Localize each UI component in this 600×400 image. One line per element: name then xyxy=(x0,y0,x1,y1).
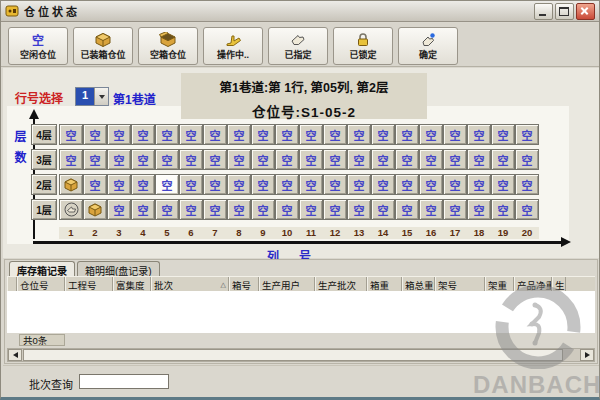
grid-cell-empty[interactable]: 空 xyxy=(179,174,203,195)
grid-cell-empty[interactable]: 空 xyxy=(83,124,107,145)
grid-cell-empty[interactable]: 空 xyxy=(323,149,347,170)
grid-cell-empty[interactable]: 空 xyxy=(347,124,371,145)
column-header[interactable]: 架号 xyxy=(435,277,485,292)
grid-cell-empty[interactable]: 空 xyxy=(275,174,299,195)
grid-cell-empty[interactable]: 空 xyxy=(203,124,227,145)
grid-cell-empty[interactable]: 空 xyxy=(347,174,371,195)
toolbar-button-designated[interactable]: 已指定 xyxy=(268,27,328,65)
grid-cell-empty[interactable]: 空 xyxy=(491,149,515,170)
grid-cell-empty[interactable]: 空 xyxy=(107,199,131,220)
grid-cell-designated[interactable] xyxy=(59,199,83,220)
toolbar-button-confirm[interactable]: 确定 xyxy=(398,27,458,65)
grid-cell-empty[interactable]: 空 xyxy=(371,174,395,195)
grid-cell-empty[interactable]: 空 xyxy=(395,174,419,195)
grid-cell-empty[interactable]: 空 xyxy=(419,199,443,220)
row-indicator-header[interactable] xyxy=(7,277,17,292)
grid-cell-empty[interactable]: 空 xyxy=(107,174,131,195)
grid-cell-empty[interactable]: 空 xyxy=(371,124,395,145)
grid-cell-empty[interactable]: 空 xyxy=(155,199,179,220)
column-header[interactable]: 生产批次 xyxy=(315,277,367,292)
grid-cell-empty[interactable]: 空 xyxy=(515,149,539,170)
grid-cell-empty[interactable]: 空 xyxy=(371,149,395,170)
grid-cell-empty[interactable]: 空 xyxy=(491,174,515,195)
grid-cell-box[interactable] xyxy=(83,199,107,220)
column-header[interactable]: 批次△ xyxy=(151,277,229,292)
grid-cell-empty[interactable]: 空 xyxy=(179,124,203,145)
grid-cell-empty[interactable]: 空 xyxy=(419,149,443,170)
grid-cell-empty[interactable]: 空 xyxy=(395,199,419,220)
grid-cell-empty[interactable]: 空 xyxy=(515,199,539,220)
grid-cell-empty[interactable]: 空 xyxy=(83,174,107,195)
dropdown-button[interactable] xyxy=(94,88,108,105)
grid-cell-empty[interactable]: 空 xyxy=(443,149,467,170)
column-header[interactable]: 工程号 xyxy=(65,277,113,292)
grid-cell-empty[interactable]: 空 xyxy=(491,199,515,220)
titlebar[interactable]: 仓位状态 xyxy=(1,1,599,22)
table-body[interactable] xyxy=(7,291,595,334)
grid-cell-empty[interactable]: 空 xyxy=(467,174,491,195)
grid-cell-empty[interactable]: 空 xyxy=(203,149,227,170)
toolbar-button-boxed-slot[interactable]: 已装箱仓位 xyxy=(73,27,133,65)
grid-cell-empty[interactable]: 空 xyxy=(59,149,83,170)
grid-cell-empty[interactable]: 空 xyxy=(251,174,275,195)
toolbar-button-operating[interactable]: 操作中.. xyxy=(203,27,263,65)
column-header[interactable]: 架重 xyxy=(485,277,514,292)
grid-cell-empty[interactable]: 空 xyxy=(131,149,155,170)
grid-cell-empty[interactable]: 空 xyxy=(467,149,491,170)
grid-cell-empty[interactable]: 空 xyxy=(371,199,395,220)
grid-cell-empty[interactable]: 空 xyxy=(323,124,347,145)
grid-cell-empty[interactable]: 空 xyxy=(155,124,179,145)
grid-cell-empty[interactable]: 空 xyxy=(395,149,419,170)
grid-cell-empty[interactable]: 空 xyxy=(251,199,275,220)
grid-cell-empty[interactable]: 空 xyxy=(299,174,323,195)
scroll-left-button[interactable] xyxy=(8,349,22,361)
maximize-button[interactable] xyxy=(555,3,574,20)
grid-cell-empty[interactable]: 空 xyxy=(155,149,179,170)
grid-cell-empty[interactable]: 空 xyxy=(203,174,227,195)
scroll-right-button[interactable] xyxy=(580,349,594,361)
column-header[interactable]: 箱号 xyxy=(229,277,259,292)
grid-cell-empty[interactable]: 空 xyxy=(107,124,131,145)
batch-query-input[interactable] xyxy=(79,374,169,389)
grid-cell-empty[interactable]: 空 xyxy=(443,199,467,220)
column-header[interactable]: 箱总重 xyxy=(402,277,435,292)
column-header[interactable]: 仓位号 xyxy=(17,277,65,292)
grid-cell-empty[interactable]: 空 xyxy=(131,199,155,220)
row-select-dropdown[interactable]: 1 xyxy=(75,87,109,106)
grid-cell-empty[interactable]: 空 xyxy=(203,199,227,220)
grid-cell-empty[interactable]: 空 xyxy=(443,124,467,145)
scrollbar-thumb[interactable] xyxy=(23,349,563,361)
grid-cell-empty[interactable]: 空 xyxy=(227,199,251,220)
grid-cell-empty[interactable]: 空 xyxy=(347,149,371,170)
grid-cell-empty[interactable]: 空 xyxy=(515,124,539,145)
grid-cell-empty[interactable]: 空 xyxy=(59,124,83,145)
grid-cell-box[interactable] xyxy=(59,174,83,195)
grid-cell-empty[interactable]: 空 xyxy=(299,124,323,145)
toolbar-button-empty-box-slot[interactable]: 空箱仓位 xyxy=(138,27,198,65)
grid-cell-empty[interactable]: 空 xyxy=(179,199,203,220)
column-header[interactable]: 生产用户 xyxy=(259,277,315,292)
grid-cell-empty[interactable]: 空 xyxy=(131,124,155,145)
grid-cell-empty[interactable]: 空 xyxy=(131,174,155,195)
grid-cell-empty[interactable]: 空 xyxy=(443,174,467,195)
toolbar-button-idle-slot[interactable]: 空 空闲仓位 xyxy=(8,27,68,65)
grid-cell-empty[interactable]: 空 xyxy=(275,149,299,170)
column-header[interactable]: 生 xyxy=(552,277,566,292)
grid-cell-empty[interactable]: 空 xyxy=(467,199,491,220)
grid-cell-empty[interactable]: 空 xyxy=(515,174,539,195)
minimize-button[interactable] xyxy=(534,3,553,20)
grid-cell-empty[interactable]: 空 xyxy=(491,124,515,145)
close-button[interactable] xyxy=(576,3,595,20)
grid-cell-empty[interactable]: 空 xyxy=(227,124,251,145)
grid-cell-empty[interactable]: 空 xyxy=(275,199,299,220)
grid-cell-empty[interactable]: 空 xyxy=(83,149,107,170)
grid-cell-empty[interactable]: 空 xyxy=(419,124,443,145)
column-header[interactable]: 富集度 xyxy=(113,277,151,292)
grid-cell-empty[interactable]: 空 xyxy=(395,124,419,145)
toolbar-button-locked[interactable]: 已锁定 xyxy=(333,27,393,65)
grid-cell-empty[interactable]: 空 xyxy=(299,199,323,220)
grid-cell-empty[interactable]: 空 xyxy=(347,199,371,220)
grid-cell-empty[interactable]: 空 xyxy=(227,174,251,195)
grid-cell-empty[interactable]: 空 xyxy=(227,149,251,170)
grid-cell-selected[interactable]: 空 xyxy=(155,174,179,195)
